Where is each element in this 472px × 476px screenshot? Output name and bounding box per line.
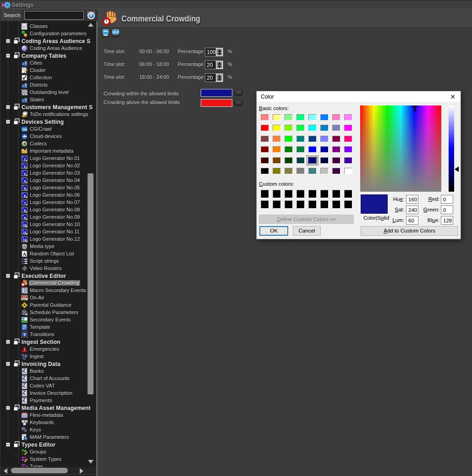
svg-text:T: T (23, 332, 26, 337)
svg-text:10: 10 (23, 223, 27, 227)
svg-text:2: 2 (24, 165, 26, 168)
svg-text:CG: CG (22, 127, 27, 131)
svg-text:11: 11 (23, 231, 27, 234)
svg-text:9: 9 (24, 216, 26, 219)
svg-text:8: 8 (24, 209, 26, 212)
svg-text:XVII: XVII (23, 296, 27, 298)
svg-text:1: 1 (24, 157, 26, 161)
svg-text:7: 7 (24, 201, 26, 205)
svg-text:5: 5 (24, 187, 26, 190)
svg-text:4: 4 (24, 179, 26, 183)
svg-text:A: A (22, 251, 26, 256)
svg-text:HELP: HELP (113, 31, 118, 33)
svg-text:FLEXI: FLEXI (22, 412, 27, 414)
svg-text:3: 3 (24, 172, 26, 175)
svg-text:6: 6 (24, 194, 26, 197)
svg-text:12: 12 (23, 238, 27, 241)
